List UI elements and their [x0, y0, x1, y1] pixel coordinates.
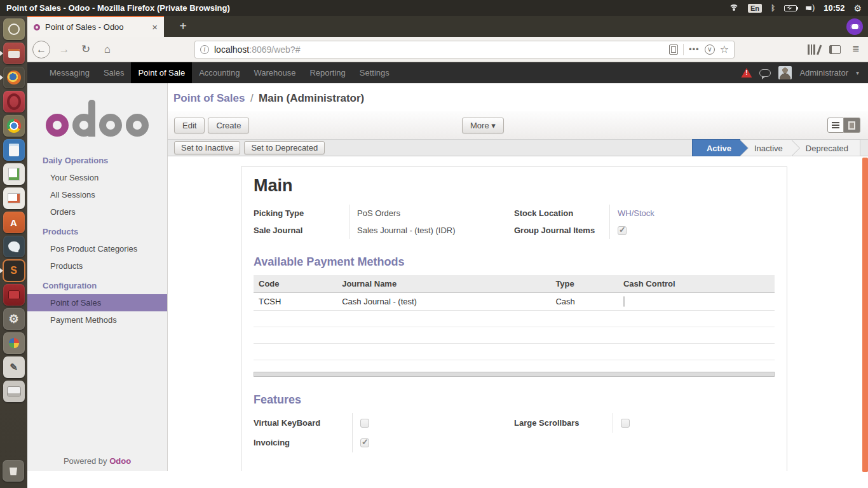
nav-item-point-of-sale[interactable]: Point of Sale [131, 62, 192, 83]
wifi-icon[interactable] [729, 4, 739, 11]
chrome-icon[interactable] [3, 115, 25, 137]
set-to-deprecated-button[interactable]: Set to Deprecated [244, 141, 325, 154]
file-manager-icon[interactable] [3, 43, 25, 64]
tweak-tool-icon[interactable]: ⚙ [3, 308, 25, 330]
user-menu-caret-icon[interactable]: ▾ [856, 69, 859, 76]
sidebar-section-daily-operations: Daily Operations [27, 149, 167, 169]
cash-control-checkbox[interactable] [623, 296, 625, 307]
payment-methods-heading: Available Payment Methods [254, 255, 775, 269]
table-row[interactable]: TCSH Cash Journal - (test) Cash [254, 293, 775, 311]
clock[interactable]: 10:52 [824, 3, 844, 13]
sidebar-item-point-of-sales[interactable]: Point of Sales [27, 294, 167, 311]
action-toolbar: Edit Create More ▾ [168, 111, 868, 139]
sublime-text-icon[interactable]: S [3, 260, 25, 281]
odoo-main: Point of Sales / Main (Administrator) Ed… [168, 83, 868, 471]
sidebar-item-products[interactable]: Products [27, 257, 167, 274]
edit-button[interactable]: Edit [174, 118, 205, 133]
state-active[interactable]: Active [692, 139, 740, 156]
firefox-icon[interactable] [3, 67, 25, 88]
field-value-stock-location-link[interactable]: WH/Stock [609, 205, 775, 222]
col-header-type[interactable]: Type [550, 275, 618, 293]
large-scrollbars-checkbox[interactable] [621, 419, 630, 428]
reload-button[interactable]: ↻ [78, 44, 93, 55]
sidebar-section-configuration: Configuration [27, 274, 167, 294]
site-info-icon[interactable]: i [200, 45, 209, 54]
photo-manager-icon[interactable] [3, 332, 25, 354]
field-value-picking-type: PoS Orders [349, 205, 514, 222]
app-toolbox-icon[interactable]: A [3, 212, 25, 233]
postgresql-icon[interactable] [3, 236, 25, 257]
odoo-sidebar: Daily OperationsYour SessionAll Sessions… [27, 83, 168, 471]
tab-title: Point of Sales - Odoo [45, 22, 147, 32]
field-label-stock-location: Stock Location [514, 208, 609, 218]
forward-button[interactable]: → [57, 44, 72, 55]
menu-hamburger-icon[interactable]: ≡ [852, 43, 859, 56]
url-text[interactable]: localhost:8069/web?# [214, 44, 664, 55]
trash-icon[interactable] [3, 460, 24, 482]
table-horizontal-scrollbar[interactable] [254, 372, 775, 377]
create-button[interactable]: Create [208, 118, 249, 133]
opera-icon[interactable] [3, 91, 25, 112]
invoicing-checkbox[interactable] [360, 438, 369, 447]
nav-item-sales[interactable]: Sales [97, 62, 132, 83]
breadcrumb-parent-link[interactable]: Point of Sales [173, 92, 245, 104]
virtual-keyboard-checkbox[interactable] [360, 419, 369, 428]
list-view-button[interactable] [827, 118, 844, 133]
page-actions-icon[interactable]: ••• [689, 44, 700, 54]
nav-item-settings[interactable]: Settings [353, 62, 397, 83]
col-header-journal-name[interactable]: Journal Name [337, 275, 550, 293]
window-title: Point of Sales - Odoo - Mozilla Firefox … [0, 3, 729, 13]
libreoffice-writer-icon[interactable] [3, 139, 25, 161]
nav-item-messaging[interactable]: Messaging [43, 62, 97, 83]
col-header-cash-control[interactable]: Cash Control [618, 275, 775, 293]
text-editor-icon[interactable]: ✎ [3, 356, 25, 378]
odoo-brand-link[interactable]: Odoo [109, 456, 131, 466]
powered-by: Powered by Odoo [27, 456, 167, 466]
ubuntu-dash-icon[interactable] [3, 18, 25, 40]
col-header-code[interactable]: Code [254, 275, 337, 293]
bluetooth-icon[interactable]: ᛒ [771, 4, 775, 13]
field-label-sale-journal: Sale Journal [254, 226, 349, 235]
library-icon[interactable] [808, 44, 818, 55]
user-menu[interactable]: Administrator [799, 68, 848, 78]
disk-utility-icon[interactable] [3, 381, 25, 402]
more-dropdown-button[interactable]: More ▾ [462, 118, 504, 133]
hardware-proxy-heading: Hardware Proxy [254, 469, 775, 471]
keyboard-indicator[interactable]: En [748, 4, 762, 13]
sidebar-item-orders[interactable]: Orders [27, 203, 167, 220]
sidebar-item-your-session[interactable]: Your Session [27, 169, 167, 186]
back-button[interactable]: ← [32, 41, 50, 58]
volume-icon[interactable] [806, 4, 815, 12]
page-scrollbar[interactable] [862, 158, 868, 472]
nav-item-accounting[interactable]: Accounting [192, 62, 247, 83]
libreoffice-impress-icon[interactable] [3, 187, 25, 209]
reader-mode-icon[interactable] [669, 44, 678, 55]
form-view-button[interactable] [844, 118, 860, 133]
battery-icon[interactable] [784, 5, 797, 11]
urlbar-divider [683, 44, 684, 55]
sidebar-toggle-icon[interactable] [829, 45, 841, 54]
state-deprecated[interactable]: Deprecated [792, 139, 860, 156]
sidebar-item-payment-methods[interactable]: Payment Methods [27, 311, 167, 329]
odoo-top-nav: MessagingSalesPoint of SaleAccountingWar… [27, 62, 868, 83]
libreoffice-calc-icon[interactable] [3, 163, 25, 185]
pocket-icon[interactable]: ∨ [705, 44, 715, 55]
sidebar-item-pos-product-categories[interactable]: Pos Product Categories [27, 240, 167, 257]
new-tab-button[interactable]: + [172, 16, 194, 37]
set-to-inactive-button[interactable]: Set to Inactive [174, 141, 240, 154]
sidebar-item-all-sessions[interactable]: All Sessions [27, 186, 167, 203]
url-bar[interactable]: i localhost:8069/web?# ••• ∨ ☆ [194, 41, 735, 58]
user-avatar[interactable] [778, 66, 792, 79]
messages-icon[interactable] [759, 69, 771, 77]
group-journal-items-checkbox[interactable] [618, 226, 627, 235]
sidebar-section-products: Products [27, 220, 167, 240]
warning-icon[interactable] [741, 68, 752, 78]
workbench-icon[interactable] [3, 284, 25, 306]
tab-close-icon[interactable]: × [152, 22, 158, 32]
nav-item-warehouse[interactable]: Warehouse [247, 62, 302, 83]
browser-tab[interactable]: Point of Sales - Odoo × [27, 16, 164, 37]
home-button[interactable]: ⌂ [100, 44, 115, 55]
session-gear-icon[interactable]: ⚙ [853, 4, 862, 13]
bookmark-star-icon[interactable]: ☆ [720, 43, 729, 55]
nav-item-reporting[interactable]: Reporting [302, 62, 352, 83]
